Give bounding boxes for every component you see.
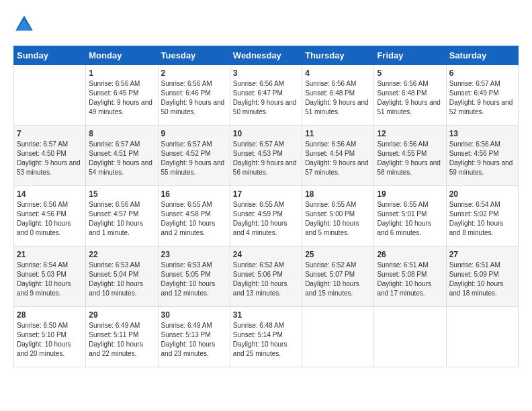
calendar-cell: 30 Sunrise: 6:49 AM Sunset: 5:13 PM Dayl… (158, 307, 230, 367)
sunset: Sunset: 4:51 PM (89, 150, 138, 157)
header-thursday: Thursday (302, 46, 374, 65)
logo (13, 13, 38, 35)
calendar-cell: 26 Sunrise: 6:51 AM Sunset: 5:08 PM Dayl… (374, 246, 446, 307)
day-info: Sunrise: 6:56 AM Sunset: 6:45 PM Dayligh… (89, 79, 154, 117)
sunrise: Sunrise: 6:55 AM (161, 201, 212, 208)
day-number: 15 (89, 189, 154, 199)
daylight: Daylight: 9 hours and 50 minutes. (161, 99, 225, 116)
calendar-cell: 14 Sunrise: 6:56 AM Sunset: 4:56 PM Dayl… (14, 186, 86, 246)
day-info: Sunrise: 6:56 AM Sunset: 4:54 PM Dayligh… (305, 140, 371, 177)
day-info: Sunrise: 6:55 AM Sunset: 5:01 PM Dayligh… (377, 200, 443, 238)
sunset: Sunset: 5:06 PM (233, 271, 283, 278)
daylight: Daylight: 10 hours and 23 minutes. (161, 340, 216, 357)
calendar-cell: 2 Sunrise: 6:56 AM Sunset: 6:46 PM Dayli… (158, 65, 230, 126)
day-number: 6 (449, 68, 515, 78)
sunrise: Sunrise: 6:57 AM (161, 140, 212, 148)
calendar-cell: 16 Sunrise: 6:55 AM Sunset: 4:58 PM Dayl… (158, 186, 230, 246)
week-row-2: 7 Sunrise: 6:57 AM Sunset: 4:50 PM Dayli… (14, 126, 519, 186)
day-number: 16 (161, 189, 227, 199)
day-info: Sunrise: 6:57 AM Sunset: 6:49 PM Dayligh… (449, 79, 515, 117)
sunrise: Sunrise: 6:53 AM (89, 261, 140, 269)
week-row-3: 14 Sunrise: 6:56 AM Sunset: 4:56 PM Dayl… (14, 186, 519, 246)
sunrise: Sunrise: 6:53 AM (161, 261, 212, 269)
daylight: Daylight: 9 hours and 58 minutes. (377, 159, 441, 176)
calendar-cell: 27 Sunrise: 6:51 AM Sunset: 5:09 PM Dayl… (446, 246, 518, 307)
calendar-cell: 29 Sunrise: 6:49 AM Sunset: 5:11 PM Dayl… (86, 307, 158, 367)
sunset: Sunset: 5:09 PM (449, 271, 499, 278)
calendar-cell: 10 Sunrise: 6:57 AM Sunset: 4:53 PM Dayl… (230, 126, 302, 186)
calendar-cell: 17 Sunrise: 6:55 AM Sunset: 4:59 PM Dayl… (230, 186, 302, 246)
calendar-cell: 20 Sunrise: 6:54 AM Sunset: 5:02 PM Dayl… (446, 186, 518, 246)
sunset: Sunset: 4:58 PM (161, 210, 211, 218)
daylight: Daylight: 9 hours and 51 minutes. (377, 99, 441, 116)
sunset: Sunset: 5:04 PM (89, 271, 138, 278)
daylight: Daylight: 9 hours and 51 minutes. (305, 99, 369, 116)
header-tuesday: Tuesday (158, 46, 230, 65)
sunset: Sunset: 4:56 PM (17, 210, 66, 218)
sunrise: Sunrise: 6:55 AM (305, 201, 356, 208)
sunrise: Sunrise: 6:51 AM (377, 261, 428, 269)
calendar-cell: 28 Sunrise: 6:50 AM Sunset: 5:10 PM Dayl… (14, 307, 86, 367)
sunrise: Sunrise: 6:57 AM (89, 140, 140, 148)
calendar-cell: 4 Sunrise: 6:56 AM Sunset: 6:48 PM Dayli… (302, 65, 374, 126)
day-info: Sunrise: 6:56 AM Sunset: 6:47 PM Dayligh… (233, 79, 299, 117)
sunrise: Sunrise: 6:56 AM (89, 201, 140, 208)
calendar-cell: 6 Sunrise: 6:57 AM Sunset: 6:49 PM Dayli… (446, 65, 518, 126)
sunset: Sunset: 4:55 PM (377, 150, 427, 157)
sunset: Sunset: 4:56 PM (449, 150, 499, 157)
day-info: Sunrise: 6:51 AM Sunset: 5:09 PM Dayligh… (449, 261, 515, 298)
sunrise: Sunrise: 6:56 AM (377, 140, 428, 148)
sunset: Sunset: 5:05 PM (161, 271, 211, 278)
day-info: Sunrise: 6:56 AM Sunset: 6:48 PM Dayligh… (377, 79, 443, 117)
day-number: 29 (89, 310, 154, 320)
sunset: Sunset: 6:46 PM (161, 89, 211, 97)
daylight: Daylight: 9 hours and 52 minutes. (449, 99, 513, 116)
svg-marker-1 (17, 19, 32, 31)
daylight: Daylight: 10 hours and 22 minutes. (89, 340, 143, 357)
daylight: Daylight: 10 hours and 2 minutes. (161, 220, 216, 236)
sunrise: Sunrise: 6:56 AM (449, 140, 500, 148)
day-number: 1 (89, 68, 154, 78)
day-number: 2 (161, 68, 227, 78)
header-friday: Friday (374, 46, 446, 65)
calendar-cell: 21 Sunrise: 6:54 AM Sunset: 5:03 PM Dayl… (14, 246, 86, 307)
day-number: 12 (377, 129, 443, 138)
calendar-cell: 12 Sunrise: 6:56 AM Sunset: 4:55 PM Dayl… (374, 126, 446, 186)
day-info: Sunrise: 6:52 AM Sunset: 5:07 PM Dayligh… (305, 261, 371, 298)
daylight: Daylight: 10 hours and 12 minutes. (161, 280, 216, 297)
day-info: Sunrise: 6:55 AM Sunset: 5:00 PM Dayligh… (305, 200, 371, 238)
week-row-5: 28 Sunrise: 6:50 AM Sunset: 5:10 PM Dayl… (14, 307, 519, 367)
day-number: 21 (17, 250, 83, 259)
sunset: Sunset: 6:45 PM (89, 89, 138, 97)
week-row-1: 1 Sunrise: 6:56 AM Sunset: 6:45 PM Dayli… (14, 65, 519, 126)
day-number: 26 (377, 250, 443, 259)
day-number: 24 (233, 250, 299, 259)
sunset: Sunset: 4:57 PM (89, 210, 138, 218)
day-info: Sunrise: 6:54 AM Sunset: 5:03 PM Dayligh… (17, 261, 83, 298)
sunset: Sunset: 6:48 PM (305, 89, 355, 97)
daylight: Daylight: 10 hours and 1 minute. (89, 220, 143, 236)
daylight: Daylight: 10 hours and 8 minutes. (449, 220, 504, 236)
sunset: Sunset: 5:11 PM (89, 331, 138, 338)
sunrise: Sunrise: 6:54 AM (17, 261, 68, 269)
daylight: Daylight: 10 hours and 25 minutes. (233, 340, 287, 357)
calendar-cell: 9 Sunrise: 6:57 AM Sunset: 4:52 PM Dayli… (158, 126, 230, 186)
day-info: Sunrise: 6:49 AM Sunset: 5:13 PM Dayligh… (161, 321, 227, 359)
sunset: Sunset: 6:48 PM (377, 89, 427, 97)
calendar-cell: 11 Sunrise: 6:56 AM Sunset: 4:54 PM Dayl… (302, 126, 374, 186)
sunset: Sunset: 5:08 PM (377, 271, 427, 278)
sunset: Sunset: 4:53 PM (233, 150, 283, 157)
sunrise: Sunrise: 6:56 AM (377, 80, 428, 87)
calendar-cell (302, 307, 374, 367)
day-number: 10 (233, 129, 299, 138)
daylight: Daylight: 10 hours and 10 minutes. (89, 280, 143, 297)
day-number: 7 (17, 129, 83, 138)
day-info: Sunrise: 6:56 AM Sunset: 6:46 PM Dayligh… (161, 79, 227, 117)
day-info: Sunrise: 6:57 AM Sunset: 4:50 PM Dayligh… (17, 140, 83, 177)
sunset: Sunset: 6:49 PM (449, 89, 499, 97)
day-number: 30 (161, 310, 227, 320)
day-info: Sunrise: 6:53 AM Sunset: 5:05 PM Dayligh… (161, 261, 227, 298)
daylight: Daylight: 10 hours and 4 minutes. (233, 220, 287, 236)
daylight: Daylight: 10 hours and 6 minutes. (377, 220, 431, 236)
calendar-cell: 5 Sunrise: 6:56 AM Sunset: 6:48 PM Dayli… (374, 65, 446, 126)
